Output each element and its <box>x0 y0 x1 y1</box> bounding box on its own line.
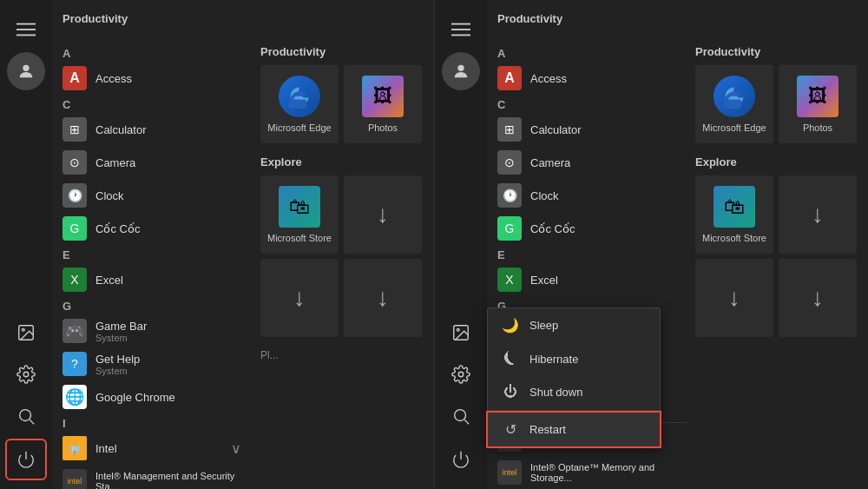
access-label-right: Access <box>530 72 567 85</box>
app-clock-right[interactable]: 🕐 Clock <box>487 179 687 212</box>
explore-tiles-left: 🛍 Microsoft Store ↓ ↓ ↓ <box>260 175 425 337</box>
productivity-label-right: Productivity <box>695 45 859 58</box>
download-tile-2-right[interactable]: ↓ <box>695 259 773 337</box>
app-intel-mgmt-left[interactable]: intel Intel® Management and Security Sta… <box>52 465 252 489</box>
sleep-icon: 🌙 <box>502 317 519 334</box>
restart-option[interactable]: ↺ Restart <box>488 413 660 446</box>
store-tile-left[interactable]: 🛍 Microsoft Store <box>260 175 339 254</box>
app-gethelp-left[interactable]: ? Get Help System <box>52 347 252 380</box>
excel-icon-left: X <box>62 268 87 292</box>
settings-icon-left[interactable] <box>7 355 45 393</box>
edge-icon-left <box>279 76 320 117</box>
section-i-left: I <box>52 413 252 432</box>
intel-optane-icon-right: intel <box>497 460 522 485</box>
hibernate-option[interactable]: ⏾ Hibernate <box>488 342 660 375</box>
power-icon-left[interactable] <box>7 440 45 479</box>
download-icon-1-right: ↓ <box>812 201 824 228</box>
app-camera-right[interactable]: ⊙ Camera <box>487 146 687 179</box>
svg-point-17 <box>455 410 466 421</box>
gamebar-label-left: Game Bar <box>95 320 147 333</box>
clock-icon-right: 🕐 <box>497 183 522 208</box>
download-icon-2-right: ↓ <box>728 284 740 312</box>
app-access-right[interactable]: A Access <box>487 62 687 95</box>
store-tile-right[interactable]: 🛍 Microsoft Store <box>695 175 773 254</box>
section-c-right: C <box>487 95 687 113</box>
placeholder-text-left: Pl... <box>260 349 425 361</box>
store-icon-right: 🛍 <box>713 186 755 228</box>
camera-icon-left: ⊙ <box>62 150 87 175</box>
coccoc-icon-left: G <box>62 216 87 241</box>
image-icon-left[interactable] <box>7 314 45 352</box>
download-icon-3-left: ↓ <box>377 284 389 312</box>
download-tile-1-right[interactable]: ↓ <box>779 175 857 254</box>
svg-point-5 <box>22 328 24 331</box>
coccoc-icon-right: G <box>497 216 522 241</box>
section-e-left: E <box>52 245 252 263</box>
sleep-label: Sleep <box>529 319 558 332</box>
app-excel-right[interactable]: X Excel <box>487 263 687 296</box>
edge-tile-left[interactable]: Microsoft Edge <box>260 65 339 143</box>
svg-rect-12 <box>451 35 470 36</box>
gamebar-text-left: Game Bar System <box>95 320 147 343</box>
photos-tile-right[interactable]: 🖼 Photos <box>779 65 857 143</box>
productivity-tiles-left: Microsoft Edge 🖼 Photos <box>260 65 425 143</box>
edge-label-right: Microsoft Edge <box>702 122 766 133</box>
camera-icon-right: ⊙ <box>497 150 522 175</box>
power-context-menu: 🌙 Sleep ⏾ Hibernate ⏻ Shut down ↺ Restar… <box>487 307 661 447</box>
edge-tile-right[interactable]: Microsoft Edge <box>695 65 773 143</box>
access-icon-left: A <box>62 66 87 90</box>
user-avatar-left[interactable] <box>7 52 45 90</box>
access-label-left: Access <box>95 72 132 85</box>
app-calculator-left[interactable]: ⊞ Calculator <box>52 113 252 146</box>
download-tile-2-left[interactable]: ↓ <box>260 259 339 337</box>
chrome-icon-left: 🌐 <box>62 385 87 409</box>
app-coccoc-right[interactable]: G Cốc Cốc <box>487 212 687 245</box>
right-panel: Productivity A A Access C ⊞ Calculator ⊙… <box>434 0 868 489</box>
app-intel-optane-right[interactable]: intel Intel® Optane™ Memory and Storage.… <box>487 456 687 489</box>
left-panel-content: Productivity A A Access C ⊞ Calculator ⊙… <box>52 0 434 489</box>
gamebar-sub-left: System <box>95 333 147 343</box>
image-icon-right[interactable] <box>442 314 480 352</box>
app-access-left[interactable]: A Access <box>52 62 252 95</box>
user-avatar-right[interactable] <box>442 52 480 90</box>
right-tiles-area: Productivity Microsoft Edge 🖼 Photos <box>687 36 868 489</box>
explore-tiles-right: 🛍 Microsoft Store ↓ ↓ ↓ <box>695 175 859 337</box>
app-coccoc-left[interactable]: G Cốc Cốc <box>52 212 252 245</box>
section-e-right: E <box>487 245 687 263</box>
download-tile-3-right[interactable]: ↓ <box>779 259 857 337</box>
app-excel-left[interactable]: X Excel <box>52 263 252 296</box>
download-tile-1-left[interactable]: ↓ <box>344 175 422 254</box>
download-tile-3-left[interactable]: ↓ <box>344 259 422 337</box>
photos-icon-right: 🖼 <box>797 76 838 117</box>
search-icon-right[interactable] <box>442 397 480 435</box>
hamburger-icon-right[interactable] <box>442 10 480 49</box>
app-gamebar-left[interactable]: 🎮 Game Bar System <box>52 314 252 347</box>
app-clock-left[interactable]: 🕐 Clock <box>52 179 252 212</box>
app-camera-left[interactable]: ⊙ Camera <box>52 146 252 179</box>
chevron-down-icon-left: ∨ <box>231 440 241 457</box>
sleep-option[interactable]: 🌙 Sleep <box>488 308 660 342</box>
svg-line-8 <box>30 420 34 424</box>
shutdown-option[interactable]: ⏻ Shut down <box>488 375 660 408</box>
search-icon-left[interactable] <box>7 397 45 435</box>
calculator-label-right: Calculator <box>530 123 582 136</box>
gethelp-label-left: Get Help <box>95 353 140 366</box>
section-a-right: A <box>487 43 687 62</box>
left-panel: Productivity A A Access C ⊞ Calculator ⊙… <box>0 0 434 489</box>
hibernate-icon: ⏾ <box>502 351 519 367</box>
svg-rect-1 <box>16 29 36 30</box>
coccoc-label-right: Cốc Cốc <box>530 222 575 235</box>
photos-label-right: Photos <box>803 122 832 133</box>
app-calculator-right[interactable]: ⊞ Calculator <box>487 113 687 146</box>
svg-point-3 <box>23 65 29 71</box>
download-icon-3-right: ↓ <box>812 284 824 312</box>
app-intel-left[interactable]: 🏢 Intel ∨ <box>52 432 252 465</box>
photos-tile-left[interactable]: 🖼 Photos <box>344 65 422 143</box>
camera-label-left: Camera <box>95 156 135 169</box>
hamburger-icon-left[interactable] <box>7 10 45 49</box>
settings-icon-right[interactable] <box>442 355 480 393</box>
power-icon-right[interactable] <box>442 440 480 479</box>
app-chrome-left[interactable]: 🌐 Google Chrome <box>52 380 252 413</box>
calculator-icon-right: ⊞ <box>497 117 522 142</box>
intel-label-left: Intel <box>95 442 231 455</box>
